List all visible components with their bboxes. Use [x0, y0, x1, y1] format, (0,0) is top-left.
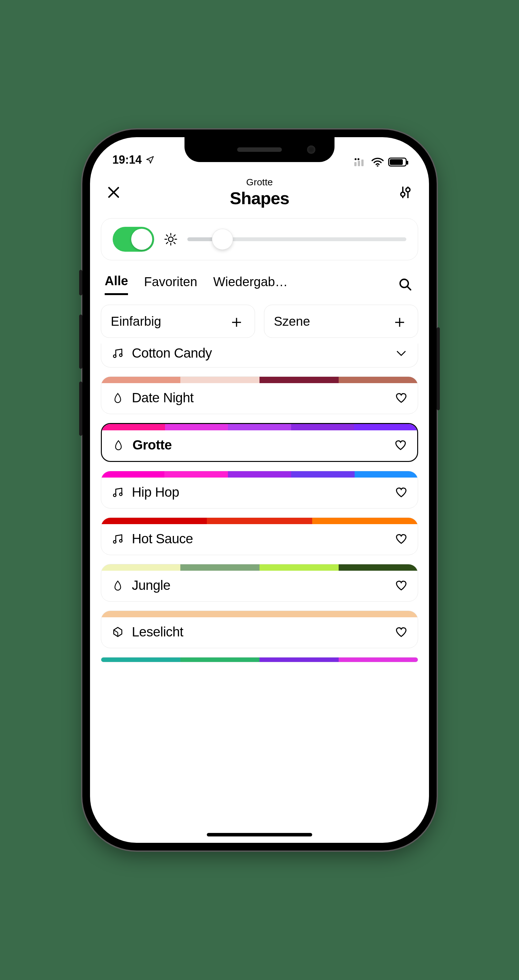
settings-button[interactable] — [396, 183, 414, 201]
svg-point-10 — [169, 237, 173, 242]
close-icon — [107, 185, 121, 199]
svg-line-17 — [166, 242, 168, 244]
svg-rect-2 — [354, 162, 356, 166]
power-toggle[interactable] — [113, 227, 154, 252]
speaker-grille — [237, 147, 282, 152]
color-stripe — [101, 377, 418, 383]
scene-name: Hot Sauce — [132, 531, 387, 546]
color-segment — [260, 564, 339, 571]
scene-card[interactable]: Jungle — [101, 564, 418, 601]
color-segment — [180, 377, 260, 383]
chip-label: Einfarbig — [111, 314, 161, 329]
svg-rect-4 — [361, 159, 364, 166]
color-segment — [355, 471, 418, 477]
scene-card[interactable]: Hot Sauce — [101, 517, 418, 555]
chip-row: Einfarbig ＋ Szene ＋ — [90, 295, 429, 344]
scene-card[interactable]: Hip Hop — [101, 471, 418, 509]
color-stripe — [101, 564, 418, 571]
svg-point-0 — [355, 158, 356, 160]
favorite-button[interactable] — [394, 532, 408, 546]
color-stripe — [101, 611, 418, 617]
motion-icon — [111, 391, 125, 405]
color-segment — [354, 424, 417, 430]
svg-line-16 — [174, 242, 175, 244]
svg-line-27 — [113, 630, 118, 633]
scene-row: Hip Hop — [101, 477, 418, 508]
plus-icon: ＋ — [228, 313, 245, 330]
color-segment — [101, 377, 180, 383]
motion-icon — [111, 578, 125, 592]
scene-name: Grotte — [133, 438, 386, 453]
side-button-silence — [79, 270, 82, 295]
svg-point-23 — [113, 494, 116, 496]
color-segment — [291, 424, 354, 430]
chevron-down-icon[interactable] — [394, 346, 408, 360]
battery-icon — [388, 158, 407, 167]
favorite-button[interactable] — [394, 438, 407, 452]
header-title: Shapes — [123, 188, 396, 208]
color-stripe — [101, 518, 418, 524]
tab-playlists[interactable]: Wiedergab… — [213, 275, 287, 294]
scene-card[interactable]: Cotton Candy — [101, 344, 418, 368]
favorite-button[interactable] — [394, 625, 408, 639]
scene-name: Cotton Candy — [132, 345, 387, 361]
sliders-icon — [398, 185, 413, 200]
svg-rect-3 — [358, 161, 360, 166]
scene-name: Date Night — [132, 390, 387, 406]
color-segment — [228, 471, 291, 477]
color-segment — [101, 564, 180, 571]
scene-card[interactable]: Grotte — [101, 423, 418, 462]
brightness-icon — [164, 232, 178, 246]
scene-card[interactable]: Date Night — [101, 376, 418, 414]
svg-point-25 — [113, 540, 116, 543]
notch — [185, 137, 334, 162]
svg-point-21 — [113, 355, 116, 357]
color-segment — [339, 377, 418, 383]
color-segment — [101, 611, 418, 617]
scene-card[interactable]: Leselicht — [101, 611, 418, 648]
svg-point-5 — [377, 165, 378, 167]
plus-icon: ＋ — [391, 313, 408, 330]
chip-single-color[interactable]: Einfarbig ＋ — [101, 305, 255, 338]
wifi-icon — [372, 158, 384, 167]
phone-frame: 19:14 — [82, 129, 437, 851]
scene-name: Leselicht — [132, 624, 387, 640]
scene-list: Cotton CandyDate NightGrotteHip HopHot S… — [90, 344, 429, 662]
favorite-button[interactable] — [394, 391, 408, 405]
signal-icon — [354, 158, 367, 166]
color-segment — [260, 377, 339, 383]
favorite-button[interactable] — [394, 578, 408, 592]
color-segment — [228, 424, 291, 430]
color-stripe — [101, 471, 418, 477]
header-subtitle: Grotte — [123, 177, 396, 188]
brightness-thumb[interactable] — [212, 229, 233, 250]
search-icon — [398, 278, 412, 291]
chip-scene[interactable]: Szene ＋ — [264, 305, 418, 338]
favorite-button[interactable] — [394, 485, 408, 499]
music-icon — [111, 485, 125, 499]
tab-favorites[interactable]: Favoriten — [144, 275, 197, 294]
svg-line-18 — [174, 235, 175, 236]
color-segment — [102, 424, 165, 430]
static-icon — [111, 625, 125, 639]
music-icon — [111, 532, 125, 546]
scene-row: Date Night — [101, 383, 418, 414]
side-button-volume-down — [79, 382, 82, 436]
location-icon — [145, 155, 155, 164]
status-time: 19:14 — [112, 153, 142, 167]
svg-point-8 — [401, 192, 405, 197]
scene-name: Jungle — [132, 578, 387, 593]
side-button-volume-up — [79, 315, 82, 369]
scene-row: Leselicht — [101, 617, 418, 648]
motion-icon — [112, 438, 125, 452]
scene-card[interactable] — [101, 657, 418, 662]
tab-all[interactable]: Alle — [105, 274, 128, 295]
svg-point-26 — [120, 539, 122, 542]
brightness-slider[interactable] — [187, 237, 406, 241]
svg-point-1 — [358, 158, 359, 160]
color-segment — [101, 471, 164, 477]
close-button[interactable] — [105, 183, 123, 201]
color-segment — [165, 424, 228, 430]
color-segment — [291, 471, 354, 477]
search-button[interactable] — [396, 275, 414, 293]
